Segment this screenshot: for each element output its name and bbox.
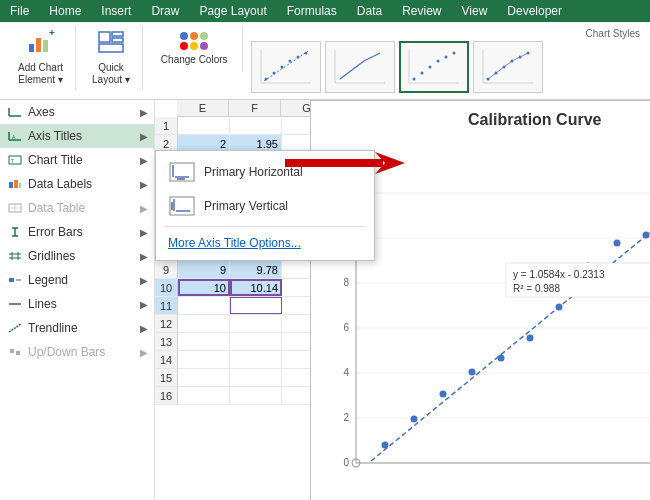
error-bars-icon [6,225,24,239]
col-header-f[interactable]: F [229,100,281,116]
gridlines-icon [6,249,24,263]
updown-bars-label: Up/Down Bars [28,345,105,359]
trendline-icon [6,321,24,335]
tab-review[interactable]: Review [392,0,451,22]
row-num-10[interactable]: 10 [155,279,177,297]
chart-thumb-1[interactable] [251,41,321,93]
row-num-11[interactable]: 11 [155,297,177,315]
add-chart-label: Add ChartElement ▾ [18,62,63,86]
sidebar-item-updown-bars[interactable]: Up/Down Bars ▶ [0,340,154,364]
row-num-1[interactable]: 1 [155,117,177,135]
submenu-primary-vertical[interactable]: Primary Vertical [156,189,374,223]
svg-text:y = 1.0584x - 0.2313: y = 1.0584x - 0.2313 [513,269,605,280]
cell-e13[interactable] [178,333,230,350]
svg-point-12 [280,66,283,69]
chart-title-icon: T [6,153,24,167]
svg-point-21 [412,78,415,81]
tab-view[interactable]: View [452,0,498,22]
cell-f11[interactable] [230,297,282,314]
svg-point-90 [382,442,389,449]
cell-e12[interactable] [178,315,230,332]
svg-point-93 [469,369,476,376]
svg-rect-42 [9,182,13,188]
cell-e1[interactable] [178,117,230,134]
lines-arrow: ▶ [140,299,148,310]
legend-icon [6,273,24,287]
svg-rect-43 [14,180,18,188]
sidebar-item-legend[interactable]: Legend ▶ [0,268,154,292]
svg-rect-70 [285,159,383,167]
sidebar-item-data-labels[interactable]: Data Labels ▶ [0,172,154,196]
legend-label: Legend [28,273,68,287]
sidebar-item-axis-titles[interactable]: A Axis Titles ▶ [0,124,154,148]
trendline-label: Trendline [28,321,78,335]
cell-f9[interactable]: 9.78 [230,261,282,278]
data-table-icon [6,201,24,215]
cell-e11[interactable] [178,297,230,314]
svg-rect-55 [9,278,14,282]
cell-f1[interactable] [230,117,282,134]
tab-formulas[interactable]: Formulas [277,0,347,22]
chart-thumbs [251,41,640,93]
cell-e10[interactable]: 10 [178,279,230,296]
cell-f12[interactable] [230,315,282,332]
row-num-13[interactable]: 13 [155,333,177,351]
svg-point-94 [498,355,505,362]
tab-data[interactable]: Data [347,0,392,22]
axes-icon [6,105,24,119]
more-axis-title-options[interactable]: More Axis Title Options... [156,230,374,256]
cell-f10[interactable]: 10.14 [230,279,282,296]
svg-text:2: 2 [343,412,349,423]
svg-text:T: T [11,158,14,164]
tab-home[interactable]: Home [39,0,91,22]
data-table-arrow: ▶ [140,203,148,214]
add-chart-icon: + [27,30,55,60]
color-circles-icon [180,32,208,50]
main-area: Axes ▶ A Axis Titles ▶ T Chart Title ▶ D… [0,100,650,500]
svg-text:+: + [49,30,55,38]
row-num-16[interactable]: 16 [155,387,177,405]
change-colors-group: Change Colors [147,26,243,72]
gridlines-label: Gridlines [28,249,75,263]
sidebar-item-axes[interactable]: Axes ▶ [0,100,154,124]
svg-text:A: A [12,134,16,140]
quick-layout-icon [97,30,125,60]
svg-text:6: 6 [343,322,349,333]
row-num-12[interactable]: 12 [155,315,177,333]
tab-page-layout[interactable]: Page Layout [189,0,276,22]
sidebar-item-error-bars[interactable]: Error Bars ▶ [0,220,154,244]
quick-layout-button[interactable]: QuickLayout ▾ [88,28,134,88]
axes-label: Axes [28,105,55,119]
svg-text:8: 8 [343,277,349,288]
data-table-label: Data Table [28,201,85,215]
error-bars-label: Error Bars [28,225,83,239]
sidebar-item-trendline[interactable]: Trendline ▶ [0,316,154,340]
add-chart-element-button[interactable]: + Add ChartElement ▾ [14,28,67,88]
change-colors-label: Change Colors [161,54,228,66]
row-num-14[interactable]: 14 [155,351,177,369]
sidebar-item-chart-title[interactable]: T Chart Title ▶ [0,148,154,172]
chart-thumb-3[interactable] [399,41,469,93]
tab-file[interactable]: File [0,0,39,22]
tab-draw[interactable]: Draw [141,0,189,22]
svg-point-91 [411,416,418,423]
col-header-e[interactable]: E [177,100,229,116]
cell-e9[interactable]: 9 [178,261,230,278]
tab-developer[interactable]: Developer [497,0,572,22]
chart-thumb-2[interactable] [325,41,395,93]
ribbon-body: + Add ChartElement ▾ QuickLayout ▾ [0,22,650,100]
change-colors-button[interactable]: Change Colors [155,28,234,70]
row-num-15[interactable]: 15 [155,369,177,387]
chart-element-group: + Add ChartElement ▾ [6,26,76,90]
sidebar-menu: Axes ▶ A Axis Titles ▶ T Chart Title ▶ D… [0,100,155,500]
svg-point-99 [643,232,650,239]
sidebar-item-data-table[interactable]: Data Table ▶ [0,196,154,220]
sidebar-item-gridlines[interactable]: Gridlines ▶ [0,244,154,268]
row-num-9[interactable]: 9 [155,261,177,279]
quick-layout-group: QuickLayout ▾ [80,26,143,90]
tab-insert[interactable]: Insert [91,0,141,22]
svg-point-96 [556,304,563,311]
sidebar-item-lines[interactable]: Lines ▶ [0,292,154,316]
svg-point-24 [436,60,439,63]
chart-thumb-4[interactable] [473,41,543,93]
